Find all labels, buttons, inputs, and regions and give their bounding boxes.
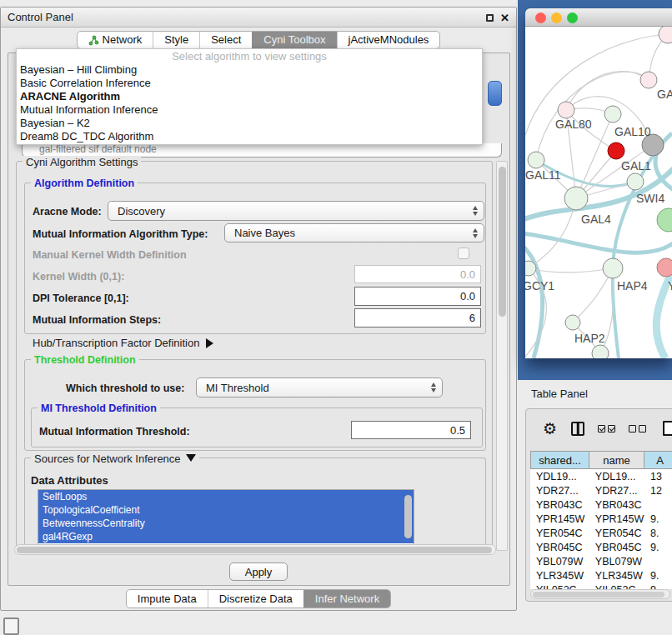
network-node-hap4[interactable]: [603, 258, 623, 278]
algorithm-option-dream8[interactable]: Dream8 DC_TDC Algorithm: [17, 130, 482, 143]
algorithm-option-aracne[interactable]: ARACNE Algorithm: [17, 90, 482, 103]
cell-name[interactable]: YDR27...: [589, 483, 644, 498]
cell-shared[interactable]: YBL079W: [530, 554, 589, 568]
cell-shared[interactable]: YDR27...: [530, 483, 589, 498]
cell-shared[interactable]: YIL052C: [530, 582, 589, 589]
cell-shared[interactable]: YLR345W: [530, 568, 589, 582]
aracne-mode-combo[interactable]: Discovery: [108, 201, 484, 221]
column-header-name[interactable]: name: [589, 451, 644, 469]
network-node-green-right[interactable]: [657, 208, 672, 232]
network-node-top-partial[interactable]: [659, 27, 672, 43]
cell-shared[interactable]: YDL19...: [530, 469, 589, 483]
apply-button[interactable]: Apply: [229, 562, 288, 581]
table-row[interactable]: YIL052C YIL052C 9: [530, 582, 672, 589]
network-node-salmon-right[interactable]: [657, 258, 672, 277]
cell-name[interactable]: YLR345W: [589, 568, 644, 582]
network-node-gcy1[interactable]: [525, 261, 536, 276]
zoom-traffic-light[interactable]: [567, 12, 578, 23]
cell-value[interactable]: 13: [644, 469, 672, 483]
algorithm-option-bayesian-k2[interactable]: Bayesian – K2: [17, 117, 482, 130]
list-vertical-scrollbar[interactable]: [404, 492, 413, 543]
network-node-swi4[interactable]: [627, 173, 644, 190]
cell-name[interactable]: YER054C: [589, 526, 644, 540]
network-node-gal4[interactable]: [564, 187, 588, 210]
cell-value[interactable]: 9.: [644, 540, 672, 554]
mi-threshold-field[interactable]: 0.5: [351, 421, 471, 439]
cell-value[interactable]: 9: [644, 582, 672, 589]
table-row[interactable]: YBR045C YBR045C 9.: [530, 540, 672, 554]
control-panel-titlebar[interactable]: Control Panel ✕: [1, 8, 516, 28]
cell-value[interactable]: [644, 554, 672, 568]
column-header-shared-name[interactable]: shared...: [530, 451, 589, 469]
cell-value[interactable]: 12: [644, 483, 672, 498]
network-node-hap2[interactable]: [565, 315, 580, 330]
cell-value[interactable]: [644, 498, 672, 512]
cell-name[interactable]: YPR145W: [589, 512, 644, 526]
list-item-betweennesscentrality[interactable]: BetweennessCentrality: [38, 517, 414, 530]
cell-name[interactable]: YBR045C: [589, 540, 644, 554]
manual-kernel-checkbox[interactable]: [458, 248, 469, 259]
table-row[interactable]: YPR145W YPR145W 9.: [530, 512, 672, 526]
table-horizontal-scrollbar[interactable]: [530, 589, 670, 599]
tab-network[interactable]: Network: [78, 32, 153, 48]
close-traffic-light[interactable]: [535, 12, 546, 23]
network-node-bottom-partial[interactable]: [592, 345, 609, 358]
tab-infer-network[interactable]: Infer Network: [303, 590, 390, 608]
network-node-gal1-selected[interactable]: [608, 142, 624, 159]
sources-toggle[interactable]: Sources for Network Inference: [31, 452, 199, 465]
algorithm-option-basic-correlation[interactable]: Basic Correlation Inference: [17, 77, 482, 90]
select-all-checkboxes-icon[interactable]: [598, 425, 615, 432]
network-node-gal80[interactable]: [558, 102, 574, 118]
tab-cyni-toolbox[interactable]: Cyni Toolbox: [252, 32, 336, 48]
table-row[interactable]: YDR27... YDR27... 12: [530, 483, 672, 498]
cell-shared[interactable]: YBR045C: [530, 540, 589, 554]
float-panel-icon[interactable]: [486, 14, 494, 22]
cell-shared[interactable]: YBR043C: [530, 498, 589, 512]
list-item-gal4rgexp[interactable]: gal4RGexp: [38, 530, 414, 543]
hub-tf-definition-toggle[interactable]: Hub/Transcription Factor Definition: [33, 337, 213, 349]
settings-vertical-scrollbar[interactable]: [496, 161, 508, 551]
cell-name[interactable]: YDL19...: [589, 469, 644, 483]
tab-style[interactable]: Style: [153, 32, 199, 48]
gear-icon[interactable]: ⚙: [543, 419, 557, 438]
algorithm-option-bayesian-hill-climbing[interactable]: Bayesian – Hill Climbing: [17, 63, 482, 77]
cell-value[interactable]: 9.: [644, 512, 672, 526]
tab-jactivemnodules[interactable]: jActiveMNodules: [337, 32, 440, 48]
close-panel-icon[interactable]: ✕: [500, 12, 509, 23]
cell-value[interactable]: 9.: [644, 568, 672, 582]
dpi-tolerance-field[interactable]: 0.0: [354, 287, 481, 306]
deselect-all-checkboxes-icon[interactable]: [629, 425, 646, 432]
network-canvas[interactable]: GAL GAL80 GAL10 GAL1 GAL11 SWI4 GAL4 GCY…: [525, 27, 672, 358]
algorithm-combo-stepper-fragment[interactable]: [488, 81, 502, 106]
data-attributes-list[interactable]: SelfLoops TopologicalCoefficient Between…: [38, 489, 414, 546]
tab-discretize-data[interactable]: Discretize Data: [208, 590, 303, 608]
cell-name[interactable]: YBR043C: [589, 498, 644, 512]
settings-horizontal-scrollbar[interactable]: [14, 544, 496, 555]
cell-shared[interactable]: YPR145W: [530, 512, 589, 526]
column-header-partial[interactable]: A: [644, 451, 672, 469]
cell-name[interactable]: YBL079W: [589, 554, 644, 568]
mi-type-combo[interactable]: Naive Bayes: [224, 223, 484, 242]
minimize-traffic-light[interactable]: [551, 12, 562, 23]
table-row[interactable]: YBR043C YBR043C: [530, 498, 672, 512]
network-window-titlebar[interactable]: [525, 8, 672, 27]
table-row[interactable]: YDL19... YDL19... 13: [530, 469, 672, 483]
cell-value[interactable]: 8.: [644, 526, 672, 540]
table-row[interactable]: YER054C YER054C 8.: [530, 526, 672, 540]
kernel-width-field[interactable]: 0.0: [354, 265, 481, 283]
tab-impute-data[interactable]: Impute Data: [127, 590, 208, 608]
new-table-icon[interactable]: [663, 421, 672, 436]
list-item-topologicalcoefficient[interactable]: TopologicalCoefficient: [38, 503, 414, 517]
tab-select[interactable]: Select: [199, 32, 252, 48]
list-item-selfloops[interactable]: SelfLoops: [38, 490, 414, 503]
table-row[interactable]: YBL079W YBL079W: [530, 554, 672, 568]
panel-corner-icon[interactable]: [3, 618, 19, 635]
table-row[interactable]: YLR345W YLR345W 9.: [530, 568, 672, 582]
cell-shared[interactable]: YER054C: [530, 526, 589, 540]
algorithm-option-mutual-information[interactable]: Mutual Information Inference: [17, 103, 482, 117]
column-layout-icon[interactable]: [571, 422, 584, 436]
which-threshold-combo[interactable]: MI Threshold: [196, 378, 443, 398]
network-node-gal11[interactable]: [528, 152, 544, 168]
mi-steps-field[interactable]: 6: [354, 308, 481, 328]
network-node-gal10[interactable]: [604, 106, 621, 122]
